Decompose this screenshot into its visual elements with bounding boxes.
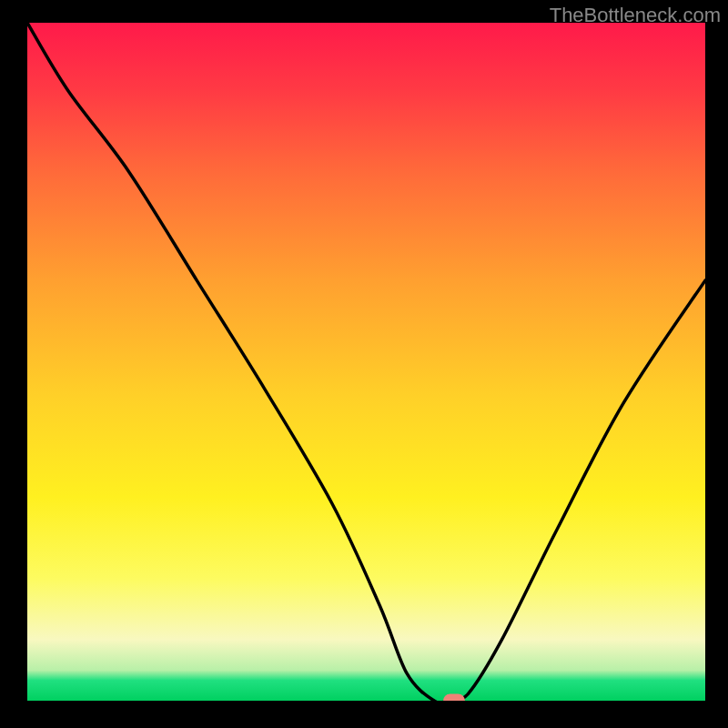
plot-area — [27, 23, 705, 701]
watermark-text: TheBottleneck.com — [550, 4, 721, 27]
optimal-point-marker — [443, 694, 465, 702]
chart-frame: TheBottleneck.com — [0, 0, 728, 728]
bottleneck-curve — [27, 23, 705, 701]
